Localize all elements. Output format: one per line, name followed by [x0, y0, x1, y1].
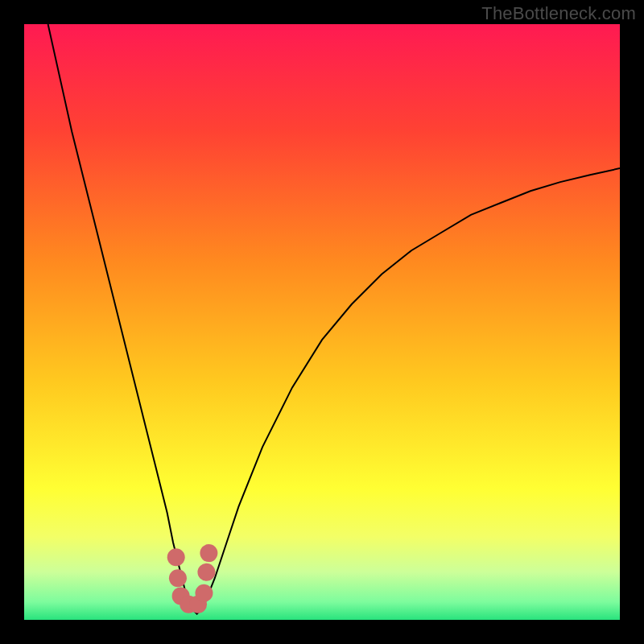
highlight-dot	[200, 544, 217, 562]
highlight-dot	[195, 584, 213, 602]
chart-frame: TheBottleneck.com	[0, 0, 644, 644]
highlight-dot	[197, 564, 215, 581]
highlight-dot	[169, 569, 187, 587]
watermark-text: TheBottleneck.com	[481, 3, 636, 24]
highlight-dot	[167, 548, 185, 566]
bottleneck-chart	[24, 24, 620, 620]
gradient-background	[24, 24, 620, 620]
